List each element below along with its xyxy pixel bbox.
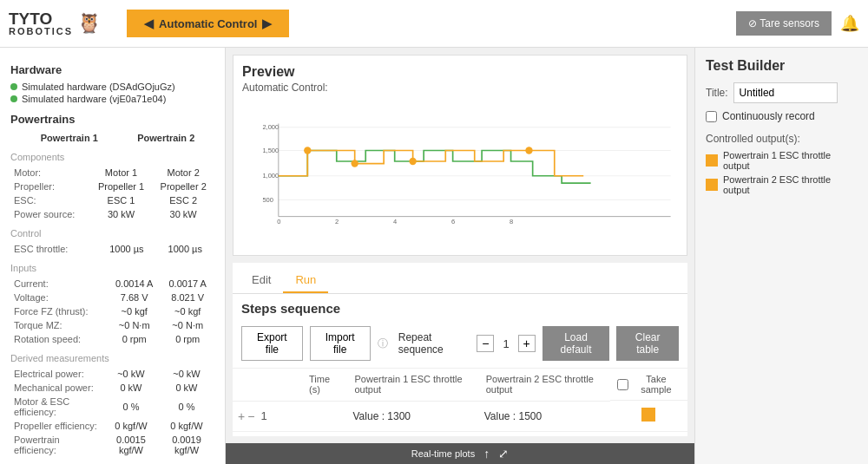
right-panel: Test Builder Title: Continuously record … xyxy=(694,48,868,464)
row-label: Voltage: xyxy=(10,291,108,304)
auto-control-button[interactable]: ◀ Automatic Control ▶ xyxy=(127,10,289,37)
row-v2: ~0 kgf xyxy=(161,304,214,318)
row-label: Motor & ESC efficiency: xyxy=(10,395,103,419)
center-panel: Preview Automatic Control: 2,000 1,500 1… xyxy=(226,48,694,464)
table-row: + − 1 Value : 1300 Value : 1500 xyxy=(233,401,687,432)
repeat-value: 1 xyxy=(497,337,514,350)
row-v1: 0 % xyxy=(103,395,159,419)
table-row: Motor & ESC efficiency: 0 % 0 % xyxy=(10,395,214,419)
take-sample-checkbox-1[interactable] xyxy=(641,408,655,422)
table-row: Propeller efficiency: 0 kgf/W 0 kgf/W xyxy=(10,419,214,433)
row-label: Mechanical power: xyxy=(10,381,103,395)
topbar: TYTO ROBOTICS 🦉 ◀ Automatic Control ▶ ⊘ … xyxy=(0,0,868,48)
powertrain-table: Powertrain 1 Powertrain 2 xyxy=(10,131,214,145)
tab-run[interactable]: Run xyxy=(283,268,328,293)
tab-edit[interactable]: Edit xyxy=(240,268,283,293)
title-field-row: Title: xyxy=(706,82,858,103)
row-v2: 0 kgf/W xyxy=(159,419,214,433)
hardware-title: Hardware xyxy=(10,63,214,76)
preview-title: Preview xyxy=(242,64,678,80)
svg-text:2,000: 2,000 xyxy=(262,123,279,131)
row-label: Power source: xyxy=(10,207,90,221)
info-icon[interactable]: ⓘ xyxy=(378,337,388,351)
step-controls-1: + − 1 xyxy=(238,409,297,423)
powertrains-title: Powertrains xyxy=(10,113,214,126)
controlled-outputs-label: Controlled output(s): xyxy=(706,133,858,145)
realtime-up-icon[interactable]: ↑ xyxy=(483,447,490,461)
svg-text:8: 8 xyxy=(510,218,513,225)
repeat-label: Repeat sequence xyxy=(398,331,467,356)
row-v1: 1000 µs xyxy=(97,242,155,256)
row-v1: 0.0015 kgf/W xyxy=(103,433,159,457)
clear-table-button[interactable]: Clear table xyxy=(616,326,679,361)
table-row: Electrical power: ~0 kW ~0 kW xyxy=(10,367,214,381)
repeat-decrease-button[interactable]: − xyxy=(477,335,494,352)
export-file-button[interactable]: Export file xyxy=(241,326,303,361)
svg-text:4: 4 xyxy=(393,218,397,225)
table-row: ESC: ESC 1 ESC 2 xyxy=(10,193,214,207)
table-row: ESC throttle: 1000 µs 1000 µs xyxy=(10,242,214,256)
control-label: Control xyxy=(10,228,214,239)
hw-label-1: Simulated hardware (DSAdGOjuGz) xyxy=(22,82,175,92)
svg-text:2: 2 xyxy=(335,218,339,225)
take-sample-all-checkbox[interactable] xyxy=(617,379,628,390)
continuously-record-label: Continuously record xyxy=(722,110,815,122)
row-v1: Motor 1 xyxy=(90,166,153,180)
row-v2: 1000 µs xyxy=(156,242,214,256)
realtime-expand-icon[interactable]: ⤢ xyxy=(498,447,509,461)
row-label: Powertrain efficiency: xyxy=(10,433,103,457)
steps-table: Time (s) Powertrain 1 ESC throttle outpu… xyxy=(233,369,687,436)
table-row: Power source: 30 kW 30 kW xyxy=(10,207,214,221)
col-pt2: Powertrain 2 ESC throttle output xyxy=(479,369,610,401)
preview-chart: 2,000 1,500 1,000 500 0 2 4 6 8 xyxy=(242,99,678,246)
svg-text:1,000: 1,000 xyxy=(262,172,279,180)
row-label: Force FZ (thrust): xyxy=(10,304,108,318)
row-label: Propeller: xyxy=(10,180,90,193)
row-v2: Propeller 2 xyxy=(152,180,214,193)
chart-area: 2,000 1,500 1,000 500 0 2 4 6 8 xyxy=(242,99,678,246)
output-label-2: Powertrain 2 ESC throttle output xyxy=(723,174,849,195)
hw-status-dot-1 xyxy=(10,83,17,90)
step-add-icon[interactable]: + xyxy=(238,409,245,423)
row-label: Motor: xyxy=(10,166,90,180)
steps-section: Steps sequence Export file Import file ⓘ… xyxy=(233,294,687,436)
import-file-button[interactable]: Import file xyxy=(310,326,371,361)
test-builder-title: Test Builder xyxy=(706,58,858,74)
step-remove-icon[interactable]: − xyxy=(247,409,254,423)
row-v1: Propeller 1 xyxy=(90,180,153,193)
row-v1: 0 rpm xyxy=(108,332,161,346)
components-label: Components xyxy=(10,152,214,162)
row-v1: 0 kW xyxy=(103,381,159,395)
row-label: ESC: xyxy=(10,193,90,207)
pt-col1-header: Powertrain 1 xyxy=(21,131,117,145)
title-input[interactable] xyxy=(733,82,838,103)
continuously-record-checkbox[interactable] xyxy=(706,111,717,122)
svg-text:500: 500 xyxy=(262,196,273,204)
svg-text:6: 6 xyxy=(451,218,455,225)
hw-item-1: Simulated hardware (DSAdGOjuGz) xyxy=(10,82,214,92)
right-buttons: Load default Clear table xyxy=(542,326,679,361)
col-controls xyxy=(233,369,302,401)
load-default-button[interactable]: Load default xyxy=(542,326,610,361)
control-table: ESC throttle: 1000 µs 1000 µs xyxy=(10,242,214,256)
repeat-increase-button[interactable]: + xyxy=(518,335,536,352)
inputs-label: Inputs xyxy=(10,263,214,273)
row-v1: 7.68 V xyxy=(108,291,161,304)
row-v1: 0 kgf/W xyxy=(103,419,159,433)
pt-col2-header: Powertrain 2 xyxy=(118,131,215,145)
bell-icon[interactable]: 🔔 xyxy=(840,14,859,33)
row-v1: ~0 N·m xyxy=(108,318,161,332)
svg-point-15 xyxy=(304,147,311,154)
main-layout: Hardware Simulated hardware (DSAdGOjuGz)… xyxy=(0,48,868,464)
logo: TYTO ROBOTICS 🦉 xyxy=(9,10,101,36)
tare-sensors-button[interactable]: ⊘ Tare sensors xyxy=(736,11,832,36)
table-row: Voltage: 7.68 V 8.021 V xyxy=(10,291,214,304)
derived-label: Derived measurements xyxy=(10,353,214,363)
row-v2: 0.0017 A xyxy=(161,277,214,291)
hw-status-dot-2 xyxy=(10,95,17,102)
table-row: Propeller: Propeller 1 Propeller 2 xyxy=(10,180,214,193)
table-row: Current: 0.0014 A 0.0017 A xyxy=(10,277,214,291)
table-row: Torque MZ: ~0 N·m ~0 N·m xyxy=(10,318,214,332)
steps-table-body: + − 1 Value : 1300 Value : 1500 + − 2 Va… xyxy=(233,401,687,436)
realtime-label: Real-time plots xyxy=(411,448,475,459)
